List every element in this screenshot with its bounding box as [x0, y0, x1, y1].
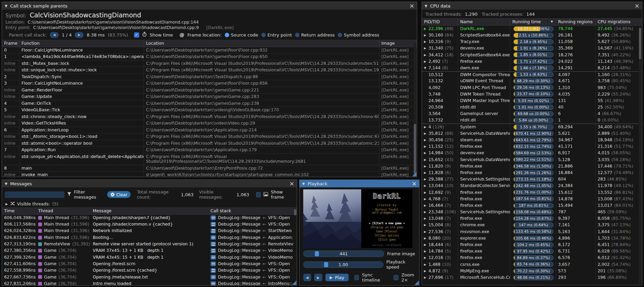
clear-button[interactable]: Clear: [107, 191, 131, 198]
radio-entry-point[interactable]: Entry point: [261, 32, 292, 38]
message-row[interactable]: 606,049,398nsMain thread(31,596)Opening …: [2, 215, 297, 221]
expand-icon[interactable]: ▶: [424, 190, 428, 195]
close-icon[interactable]: [409, 3, 414, 8]
radio-icon[interactable]: [225, 33, 229, 37]
cpu-table-row[interactable]: ▶4(126)System1.55 s (6.70%)69,29434,400(…: [422, 124, 642, 130]
callstack-table-row[interactable]: inlineGame::UpdateC:\Users\wolf\Desktop\…: [2, 94, 417, 100]
message-row[interactable]: 627,558,996nsGame(36,704)Opening /forest…: [2, 267, 297, 274]
callstack-table-row[interactable]: 3Floor::CalcLightNoLuminanceC:\Users\wol…: [2, 80, 417, 87]
callstack-list-icon[interactable]: [210, 215, 216, 220]
radio-icon[interactable]: [338, 33, 342, 37]
message-row[interactable]: 626,833,622nsMain thread(31,596)Booting.…: [2, 234, 297, 241]
cpu-table-row[interactable]: ▶22,396(49)DarkRL.exe14.33 s (62.06%)78,…: [422, 26, 642, 32]
expand-icon[interactable]: ▶: [5, 202, 8, 206]
expand-icon[interactable]: ▶: [424, 269, 428, 274]
cpu-table-row[interactable]: 13,132uDWM Event Thread68.29 ms (0.30%)4…: [422, 78, 642, 84]
cpu-table-row[interactable]: 20,508ntdll.dll1.01 ms (0.00%)4025(62.50…: [422, 104, 642, 111]
cpu-table-row[interactable]: ▶15,004(8)chrome.exe147 ms (0.64%)7,1613…: [422, 222, 642, 228]
radio-source-code[interactable]: Source code: [225, 32, 258, 38]
cpu-table-row[interactable]: ▶12,016(3)firefox.exe84.89 ms (0.37%)6,5…: [422, 255, 642, 261]
cpu-table-row[interactable]: ▶4,872(9)MsMpEng.exe70.22 ms (0.30%)5732…: [422, 268, 642, 274]
resize-grip[interactable]: [412, 172, 416, 176]
message-row[interactable]: 606,117,568nsMain thread(31,596)Opening …: [2, 221, 297, 228]
callstack-table-row[interactable]: inlinestd::_Atomic_storage<bool,1>::load…: [2, 133, 417, 140]
expand-icon[interactable]: ▶: [424, 150, 428, 156]
message-row[interactable]: 627,667,736nsGame(36,704)Opening /meta/r…: [2, 274, 297, 280]
cpu-table-row[interactable]: ▶30,456(25)steam.exe643.61 ms (2.79%)34,…: [422, 137, 642, 143]
callstack-list-icon[interactable]: [210, 281, 216, 286]
cpu-table-row[interactable]: ▶13,048(7)firefox.exe154.28 ms (0.67%)9,…: [422, 215, 642, 222]
close-icon[interactable]: [412, 181, 416, 186]
callstack-table-row[interactable]: inlinestd::_Mutex_base::lockC:\Program F…: [2, 60, 417, 67]
message-row[interactable]: 627,313,190nsRemoteView(31,392)Remote vi…: [2, 241, 297, 247]
cpu-table-row[interactable]: ▶29,388(77)ServiceHub.SettingsHost273.15…: [422, 176, 642, 183]
zoom-2x-checkbox[interactable]: [394, 275, 398, 280]
expand-icon[interactable]: ▶: [424, 216, 428, 221]
cpu-table-row[interactable]: ▶34,412(18)ScriptedSandbox64.exe1.85 s (…: [422, 52, 642, 58]
cpu-table-row[interactable]: ▶11,828(6)firefox.exe291.26 ms (1.26%)16…: [422, 170, 642, 176]
message-row[interactable]: 626,024,328nsMain thread(31,596)Network …: [2, 228, 297, 234]
expand-icon[interactable]: ▶: [424, 53, 428, 58]
cpu-table-row[interactable]: ▶4,768(7)firefox.exe187.54 ms (0.81%)14,…: [422, 196, 642, 202]
callstack-table-row[interactable]: inlinestd::atomic<bool>::operator boolC:…: [2, 140, 417, 147]
cpu-titlebar[interactable]: ▼ CPU data: [422, 2, 642, 10]
column-header-running-time[interactable]: Running time ▼: [510, 19, 556, 25]
callstack-list-icon[interactable]: [210, 275, 216, 279]
show-frame-checkbox[interactable]: [256, 192, 261, 197]
callstack-table-row[interactable]: 2TaskDispatch::SyncC:\Users\wolf\Desktop…: [2, 74, 417, 81]
callstack-table-row[interactable]: 1<lambda_84a19dc444fae966ca174e83e708bdc…: [2, 54, 417, 60]
callstack-titlebar[interactable]: ▼ Call stack sample parents: [2, 2, 417, 10]
callstack-list-icon[interactable]: [210, 229, 216, 233]
expand-icon[interactable]: ▶: [424, 138, 428, 143]
expand-icon[interactable]: ▶: [424, 262, 428, 267]
collapse-icon[interactable]: ▼: [424, 66, 428, 71]
callstack-table-row[interactable]: 0Floor::CalcLightNoLuminanceC:\Users\wol…: [2, 47, 417, 54]
expand-icon[interactable]: ▶: [424, 249, 428, 254]
next-frame-button[interactable]: ▶: [314, 274, 322, 281]
expand-icon[interactable]: ▶: [424, 210, 428, 215]
column-header-message[interactable]: Message: [91, 208, 208, 214]
expand-icon[interactable]: ▶: [424, 33, 428, 38]
vertical-scrollbar[interactable]: [414, 43, 416, 176]
callstack-table-row[interactable]: 7Application::RunC:\Users\wolf\Desktop\d…: [2, 147, 417, 154]
vertical-scrollbar[interactable]: [639, 27, 641, 284]
callstack-table-row[interactable]: 5VideoGLBase::TickC:\Users\wolf\Desktop\…: [2, 107, 417, 114]
cpu-table-row[interactable]: ▶11,152(12)firefox.exe632.15 ms (2.74%)4…: [422, 143, 642, 150]
vertical-scrollbar[interactable]: [294, 209, 296, 280]
scrollbar-thumb[interactable]: [414, 124, 416, 175]
frame-image-slider[interactable]: 441: [303, 250, 384, 257]
cpu-table-row[interactable]: ▶15,652(43)ServiceHub.DataWarehou580.22 …: [422, 156, 642, 163]
callstack-table-row[interactable]: inlinestd::unique_lock<std::mutex>::lock…: [2, 67, 417, 74]
expand-icon[interactable]: ▶: [424, 125, 428, 130]
column-header-thread[interactable]: Thread: [36, 208, 91, 214]
message-row[interactable]: 627,411,606nsGame(36,704)Opening /forest…: [2, 261, 297, 267]
prev-callstack-button[interactable]: ◀: [50, 32, 59, 38]
expand-icon[interactable]: ▶: [424, 164, 428, 169]
expand-icon[interactable]: ▶: [424, 59, 428, 64]
cpu-table-row[interactable]: ▶1,488(10)csrss.exe83.74 ms (0.36%)3,657…: [422, 261, 642, 268]
callstack-list-icon[interactable]: [210, 261, 216, 266]
next-callstack-button[interactable]: ▶: [75, 32, 84, 38]
cpu-table-row[interactable]: ▶10,316(9)Tracy.exe2.18 s (9.45%)11,0585…: [422, 39, 642, 45]
callstack-table-row[interactable]: 8mainC:\Users\wolf\Desktop\darkrl\src\En…: [2, 165, 417, 172]
callstack-table-row[interactable]: 6Application::InnerLoopC:\Users\wolf\Des…: [2, 127, 417, 134]
expand-icon[interactable]: ▶: [424, 46, 428, 51]
cpu-table-row[interactable]: ▶27,696(17)Microsoft.ServiceHub.Co48.06 …: [422, 274, 642, 281]
collapse-icon[interactable]: ▼: [425, 4, 427, 8]
callstack-list-icon[interactable]: [210, 248, 216, 253]
cpu-table-row[interactable]: 10,512DWM Compositor Thread1.53 s (6.63%…: [422, 71, 642, 78]
column-header-image[interactable]: Image: [379, 40, 417, 47]
close-icon[interactable]: [289, 181, 294, 186]
expand-icon[interactable]: ▶: [424, 26, 428, 31]
cpu-table-row[interactable]: ▶18,444(6)firefox.exe104.2 ms (0.45%)8,1…: [422, 242, 642, 248]
callstack-list-icon[interactable]: [210, 222, 216, 227]
playback-titlebar[interactable]: ▼ Playback: [299, 180, 419, 187]
cpu-table-row[interactable]: ▶8,080(20)explorer.exe105.66 ms (0.46%)4…: [422, 235, 642, 242]
callstack-list-icon[interactable]: [210, 235, 216, 240]
expand-icon[interactable]: ▶: [424, 255, 428, 260]
playback-speed-slider[interactable]: 1.00: [303, 261, 383, 268]
cpu-table-row[interactable]: ▶27,536(7)msvsmon.exe133.45 ms (0.58%)5,…: [422, 228, 642, 235]
callstack-list-icon[interactable]: [210, 255, 216, 260]
expand-icon[interactable]: ▶: [424, 157, 428, 162]
resize-grip[interactable]: [414, 281, 419, 285]
